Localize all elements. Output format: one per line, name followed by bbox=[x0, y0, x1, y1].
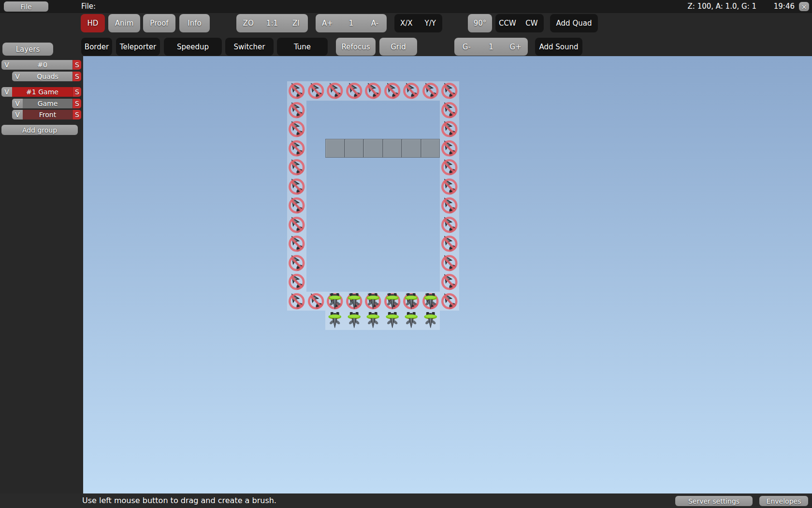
visibility-toggle[interactable]: V bbox=[12, 99, 23, 108]
anim-speed-minus-button[interactable]: A- bbox=[363, 14, 387, 32]
clock-label: 19:46 bbox=[774, 2, 795, 11]
visibility-toggle[interactable]: V bbox=[1, 60, 12, 70]
layer-row-game[interactable]: VGameS bbox=[12, 99, 81, 108]
anim-speed-value: 1 bbox=[339, 14, 363, 32]
info-toggle-button[interactable]: Info bbox=[179, 14, 210, 32]
grid-size-value: 1 bbox=[479, 38, 504, 56]
zoom-anim-grid-info: Z: 100, A: 1.0, G: 1 bbox=[688, 2, 756, 11]
rotate-button-group: CCW CW bbox=[495, 14, 544, 32]
layer-row-quads[interactable]: VQuadsS bbox=[12, 72, 81, 81]
grid-minus-button[interactable]: G- bbox=[454, 38, 479, 56]
proof-toggle-button[interactable]: Proof bbox=[143, 14, 175, 32]
border-button[interactable]: Border bbox=[81, 38, 112, 56]
layer-label[interactable]: Quads bbox=[23, 72, 72, 81]
anim-speed-plus-button[interactable]: A+ bbox=[316, 14, 339, 32]
save-toggle[interactable]: S bbox=[72, 72, 81, 81]
file-menu-button[interactable]: File bbox=[4, 1, 48, 12]
hd-toggle-button[interactable]: HD bbox=[81, 14, 105, 32]
rotate-amount-button[interactable]: 90° bbox=[468, 14, 492, 32]
save-toggle[interactable]: S bbox=[72, 87, 81, 97]
layer-row--1-game[interactable]: V#1 GameS bbox=[1, 87, 81, 97]
flip-button-group: X/X Y/Y bbox=[394, 14, 442, 32]
grid-size-group: G- 1 G+ bbox=[454, 38, 528, 56]
rotate-cw-button[interactable]: CW bbox=[520, 14, 544, 32]
add-quad-button[interactable]: Add Quad bbox=[550, 14, 598, 32]
layer-label[interactable]: Game bbox=[23, 99, 72, 108]
refocus-button[interactable]: Refocus bbox=[336, 38, 376, 56]
zoom-out-button[interactable]: ZO bbox=[236, 14, 260, 32]
layer-label[interactable]: Front bbox=[23, 110, 72, 120]
layers-panel-title[interactable]: Layers bbox=[2, 43, 53, 56]
zoom-button-group: ZO 1:1 ZI bbox=[236, 14, 308, 32]
rotate-ccw-button[interactable]: CCW bbox=[495, 14, 520, 32]
visibility-toggle[interactable]: V bbox=[12, 110, 23, 120]
close-button[interactable]: × bbox=[799, 2, 809, 11]
statusbar-hint: Use left mouse button to drag and create… bbox=[82, 496, 276, 505]
grid-toggle-button[interactable]: Grid bbox=[379, 38, 417, 56]
menubar: File File: Z: 100, A: 1.0, G: 1 19:46 × bbox=[0, 0, 812, 13]
flip-y-button[interactable]: Y/Y bbox=[419, 14, 443, 32]
layer-label[interactable]: #1 Game bbox=[12, 87, 72, 97]
visibility-toggle[interactable]: V bbox=[12, 72, 23, 81]
add-sound-button[interactable]: Add Sound bbox=[535, 38, 582, 56]
map-canvas[interactable] bbox=[83, 56, 812, 493]
visibility-toggle[interactable]: V bbox=[1, 87, 12, 97]
envelopes-button[interactable]: Envelopes bbox=[759, 496, 808, 506]
zoom-in-button[interactable]: ZI bbox=[284, 14, 308, 32]
teleporter-button[interactable]: Teleporter bbox=[116, 38, 160, 56]
switcher-button[interactable]: Switcher bbox=[225, 38, 274, 56]
layer-row--0[interactable]: V#0S bbox=[1, 60, 81, 70]
layer-label[interactable]: #0 bbox=[12, 60, 72, 70]
file-path-label: File: bbox=[81, 2, 96, 11]
zoom-reset-button[interactable]: 1:1 bbox=[260, 14, 284, 32]
save-toggle[interactable]: S bbox=[72, 110, 81, 120]
save-toggle[interactable]: S bbox=[72, 99, 81, 108]
save-toggle[interactable]: S bbox=[72, 60, 81, 70]
grid-plus-button[interactable]: G+ bbox=[503, 38, 528, 56]
statusbar: Use left mouse button to drag and create… bbox=[0, 493, 812, 508]
layer-row-front[interactable]: VFrontS bbox=[12, 110, 81, 120]
flip-x-button[interactable]: X/X bbox=[394, 14, 419, 32]
anim-toggle-button[interactable]: Anim bbox=[108, 14, 140, 32]
server-settings-button[interactable]: Server settings bbox=[675, 496, 753, 506]
anim-speed-group: A+ 1 A- bbox=[316, 14, 387, 32]
tune-button[interactable]: Tune bbox=[277, 38, 328, 56]
speedup-button[interactable]: Speedup bbox=[164, 38, 222, 56]
add-group-button[interactable]: Add group bbox=[1, 125, 78, 135]
